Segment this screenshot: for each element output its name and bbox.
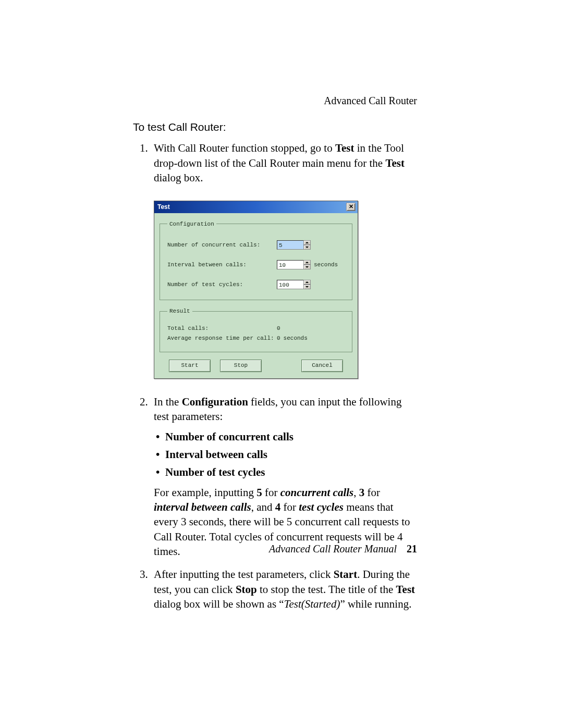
procedure-list: With Call Router function stopped, go to… — [133, 141, 417, 611]
label-total-calls: Total calls: — [167, 325, 277, 332]
page-number: 21 — [407, 543, 417, 554]
row-total-calls: Total calls: 0 — [167, 325, 347, 332]
bullet-concurrent: Number of concurrent calls — [154, 429, 417, 444]
section-heading: To test Call Router: — [133, 120, 417, 134]
chevron-down-icon[interactable] — [303, 265, 311, 269]
label-avg-response: Average response time per call: — [167, 335, 277, 342]
spinner-interval[interactable] — [303, 260, 311, 269]
spacer — [271, 360, 292, 372]
titlebar: Test ✕ — [154, 201, 358, 213]
chevron-up-icon[interactable] — [303, 240, 311, 245]
label-interval: Interval between calls: — [167, 261, 277, 269]
bold: 3 — [359, 486, 365, 499]
bold: Stop — [236, 583, 257, 596]
t: for — [262, 486, 280, 499]
t: ” while running. — [340, 598, 411, 610]
row-cycles: Number of test cycles: 100 — [167, 280, 347, 289]
t: With Call Router function stopped, go to — [154, 142, 335, 154]
result-group: Result Total calls: 0 Average response t… — [160, 307, 352, 352]
t: , — [353, 486, 359, 499]
stop-button[interactable]: Stop — [220, 360, 262, 372]
step1-text: With Call Router function stopped, go to… — [154, 142, 405, 184]
dialog-screenshot: Test ✕ Configuration Number of concurren… — [154, 201, 417, 379]
italic-bold: test cycles — [299, 501, 344, 513]
bold: Test — [335, 142, 354, 154]
row-concurrent-calls: Number of concurrent calls: 5 — [167, 240, 347, 250]
output-total-calls: 0 — [277, 325, 280, 332]
step2-intro: In the Configuration fields, you can inp… — [154, 396, 401, 423]
chevron-down-icon[interactable] — [303, 245, 311, 250]
running-header: Advanced Call Router — [324, 94, 417, 108]
manual-page: Advanced Call Router To test Call Router… — [0, 0, 563, 728]
step-2: In the Configuration fields, you can inp… — [151, 394, 417, 559]
t: For example, inputting — [154, 486, 256, 499]
chevron-down-icon[interactable] — [303, 285, 311, 289]
bold: Configuration — [182, 396, 248, 408]
input-interval[interactable]: 10 — [277, 260, 304, 269]
t: In the — [154, 396, 182, 408]
t: dialog box will be shown as “ — [154, 598, 284, 610]
dialog-title: Test — [157, 203, 170, 211]
configuration-group: Configuration Number of concurrent calls… — [160, 220, 352, 301]
dialog-body: Configuration Number of concurrent calls… — [154, 213, 358, 378]
unit-seconds: seconds — [314, 261, 338, 269]
step-3: After inputting the test parameters, cli… — [151, 567, 417, 611]
t: dialog box. — [154, 171, 203, 184]
close-icon[interactable]: ✕ — [346, 203, 356, 211]
bold: Test — [385, 157, 405, 169]
spinner-concurrent[interactable] — [303, 240, 311, 250]
input-concurrent-calls[interactable]: 5 — [277, 240, 304, 250]
t: , and — [251, 501, 275, 513]
row-avg-response: Average response time per call: 0 second… — [167, 335, 347, 342]
page-footer: Advanced Call Router Manual 21 — [269, 542, 417, 556]
configuration-legend: Configuration — [167, 220, 216, 228]
bold: 4 — [275, 501, 281, 513]
bold: Start — [334, 568, 358, 581]
param-bullets: Number of concurrent calls Interval betw… — [154, 429, 417, 480]
label-concurrent-calls: Number of concurrent calls: — [167, 241, 277, 249]
bold: Test — [396, 583, 415, 596]
italic-bold: concurrent calls — [280, 486, 354, 499]
input-cycles[interactable]: 100 — [277, 280, 304, 289]
bold: 5 — [256, 486, 262, 499]
bullet-cycles: Number of test cycles — [154, 465, 417, 479]
start-button[interactable]: Start — [169, 360, 211, 372]
manual-name: Advanced Call Router Manual — [269, 543, 397, 554]
italic-bold: interval between calls — [154, 501, 251, 513]
chevron-up-icon[interactable] — [303, 260, 311, 265]
dialog-buttons: Start Stop Cancel — [160, 360, 352, 372]
output-avg-response: 0 — [277, 335, 280, 342]
t: for — [280, 501, 299, 513]
bullet-interval: Interval between calls — [154, 447, 417, 462]
chevron-up-icon[interactable] — [303, 280, 311, 285]
row-interval: Interval between calls: 10 seconds — [167, 260, 347, 269]
step-1: With Call Router function stopped, go to… — [151, 141, 417, 379]
italic: Test(Started) — [284, 598, 340, 610]
t: to stop the test. The title of the — [257, 583, 396, 596]
t: After inputting the test parameters, cli… — [154, 568, 334, 581]
t: for — [364, 486, 380, 499]
unit-seconds: seconds — [284, 335, 308, 342]
label-cycles: Number of test cycles: — [167, 281, 277, 289]
test-dialog: Test ✕ Configuration Number of concurren… — [154, 201, 358, 379]
result-legend: Result — [167, 307, 192, 315]
spinner-cycles[interactable] — [303, 280, 311, 289]
cancel-button[interactable]: Cancel — [301, 360, 343, 372]
